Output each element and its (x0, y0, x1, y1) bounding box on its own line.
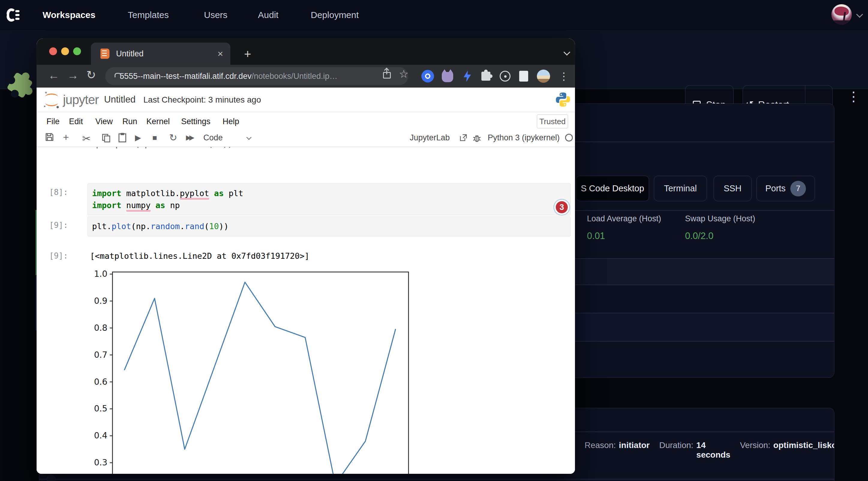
save-icon[interactable] (44, 132, 55, 142)
address-bar[interactable]: 5555--main--test--matifali.atif.cdr.dev/… (105, 67, 408, 85)
build-duration: 14 seconds (696, 441, 731, 460)
menu-file[interactable]: File (46, 117, 60, 126)
jupyter-menubar: File Edit View Run Kernel Settings Help … (37, 112, 575, 131)
coder-top-nav: Workspaces Templates Users Audit Deploym… (0, 0, 868, 30)
menu-edit[interactable]: Edit (69, 117, 83, 126)
jupyter-header: jupyter Untitled Last Checkpoint: 3 minu… (37, 88, 575, 112)
nav-item-templates[interactable]: Templates (128, 0, 169, 30)
metric-load-average: Load Average (Host) 0.01 (587, 214, 661, 242)
extension-1password-icon[interactable] (421, 70, 434, 83)
python-logo-icon (555, 91, 571, 109)
code-cell[interactable]: plt.plot(np.random.rand(10)) (88, 217, 570, 236)
debugger-bug-icon[interactable] (472, 133, 482, 143)
matplotlib-figure: 0.20.30.40.50.60.70.80.91.002468 (93, 267, 426, 474)
nav-item-workspaces[interactable]: Workspaces (42, 0, 95, 30)
nav-item-users[interactable]: Users (204, 0, 227, 30)
extension-cat-icon[interactable] (441, 70, 454, 83)
reload-button[interactable]: ↻ (86, 68, 96, 82)
macos-zoom-button[interactable] (73, 47, 81, 55)
menu-help[interactable]: Help (222, 117, 239, 126)
browser-tab-strip: Untitled × + (37, 38, 575, 65)
avatar-chevron-down-icon[interactable] (856, 11, 863, 18)
url-text: 5555--main--test--matifali.atif.cdr.dev/… (120, 72, 337, 81)
menu-run[interactable]: Run (122, 117, 137, 126)
input-prompt: [9]: (49, 221, 68, 230)
jupyter-page: jupyter Untitled Last Checkpoint: 3 minu… (37, 88, 575, 474)
interrupt-kernel-icon[interactable]: ■ (152, 133, 157, 142)
run-cell-icon[interactable]: ▶ (135, 133, 141, 142)
menu-kernel[interactable]: Kernel (146, 117, 170, 126)
notebook-scroll-area[interactable]: plt.plot(np.random.rand(10)) [8]: import… (37, 147, 575, 474)
svg-text:0.5: 0.5 (94, 404, 107, 414)
svg-text:0.3: 0.3 (94, 458, 107, 468)
code-cell[interactable]: import matplotlib.pyplot as pltimport nu… (88, 184, 570, 215)
svg-text:0.8: 0.8 (94, 323, 107, 333)
kernel-name[interactable]: Python 3 (ipykernel) (488, 133, 560, 142)
workspace-menu-kebab[interactable]: ⋮ (847, 90, 860, 103)
cell-type-select[interactable]: Code (203, 133, 223, 142)
svg-text:0.6: 0.6 (94, 377, 107, 387)
reading-mode-icon[interactable] (517, 70, 530, 83)
browser-window: Untitled × + ← → ↻ 5555--main--test--mat… (37, 38, 575, 474)
svg-text:1.0: 1.0 (94, 269, 107, 279)
notification-badge[interactable]: 3 (554, 200, 569, 215)
macos-minimize-button[interactable] (61, 47, 69, 55)
jupyter-favicon (100, 49, 110, 59)
cut-cell-icon[interactable]: ✂ (82, 133, 91, 145)
checkpoint-status: Last Checkpoint: 3 minutes ago (143, 95, 261, 105)
build-info-row: Reason:initiator Duration:14 seconds Ver… (585, 441, 834, 460)
extension-lighthouse-icon[interactable] (498, 70, 512, 83)
forward-button[interactable]: → (67, 69, 79, 82)
menu-view[interactable]: View (95, 117, 113, 126)
external-link-icon[interactable] (459, 133, 468, 142)
tab-close-icon[interactable]: × (217, 48, 223, 59)
menu-settings[interactable]: Settings (181, 117, 211, 126)
svg-text:0.9: 0.9 (94, 296, 107, 306)
cell-output-text: [<matplotlib.lines.Line2D at 0x7fd03f191… (90, 251, 310, 261)
copy-cell-icon[interactable] (101, 133, 111, 143)
macos-close-button[interactable] (49, 47, 57, 55)
browser-profile-avatar[interactable] (537, 70, 550, 83)
avatar-art (834, 7, 849, 15)
open-ports-button[interactable]: Ports 7 (756, 176, 815, 201)
share-icon[interactable] (383, 69, 391, 78)
output-prompt: [9]: (49, 251, 68, 260)
extensions-puzzle-icon[interactable] (479, 70, 493, 83)
kernel-status-icon (565, 134, 573, 141)
build-reason: initiator (619, 441, 650, 460)
browser-menu-kebab[interactable]: ⋮ (557, 70, 570, 83)
jupyter-toolbar: + ✂ ▶ ■ ↻ ▶▶ Code JupyterLab Python 3 (i… (37, 131, 575, 147)
open-ssh-button[interactable]: SSH (714, 176, 752, 201)
nav-item-deployment[interactable]: Deployment (311, 0, 359, 30)
build-version: optimistic_liskov9 (773, 441, 834, 460)
trusted-button[interactable]: Trusted (537, 115, 568, 128)
screen: Workspaces Templates Users Audit Deploym… (0, 0, 868, 481)
user-avatar[interactable] (831, 4, 852, 25)
tab-search-chevron-icon[interactable] (564, 49, 570, 56)
svg-text:0.7: 0.7 (94, 350, 107, 360)
open-jupyterlab-link[interactable]: JupyterLab (410, 133, 450, 142)
line-chart: 0.20.30.40.50.60.70.80.91.002468 (93, 267, 426, 474)
paste-cell-icon[interactable] (118, 133, 127, 143)
notebook-title[interactable]: Untitled (104, 94, 135, 105)
nav-item-audit[interactable]: Audit (258, 0, 278, 30)
svg-text:0.4: 0.4 (94, 430, 107, 441)
extension-bolt-icon[interactable] (461, 70, 474, 83)
coder-logo-icon[interactable] (5, 7, 22, 23)
restart-kernel-icon[interactable]: ↻ (169, 132, 177, 143)
jupyter-logo[interactable]: jupyter (42, 91, 99, 109)
browser-toolbar: ← → ↻ 5555--main--test--matifali.atif.cd… (37, 65, 575, 88)
new-tab-button[interactable]: + (244, 49, 251, 59)
cell-type-chevron-icon[interactable] (247, 135, 252, 140)
open-terminal-button[interactable]: Terminal (654, 176, 707, 201)
tab-title: Untitled (116, 49, 144, 59)
clipped-code-line: plt.plot(np.random.rand(10)) (96, 147, 232, 150)
browser-tab[interactable]: Untitled × (91, 42, 230, 65)
add-cell-icon[interactable]: + (63, 131, 69, 143)
bookmark-star-icon[interactable]: ☆ (399, 68, 408, 81)
restart-run-all-icon[interactable]: ▶▶ (186, 134, 192, 141)
back-button[interactable]: ← (48, 69, 59, 82)
open-code-desktop-button[interactable]: S Code Desktop (576, 176, 649, 201)
input-prompt: [8]: (49, 188, 68, 197)
metric-swap-usage: Swap Usage (Host) 0.0/2.0 (685, 214, 755, 242)
